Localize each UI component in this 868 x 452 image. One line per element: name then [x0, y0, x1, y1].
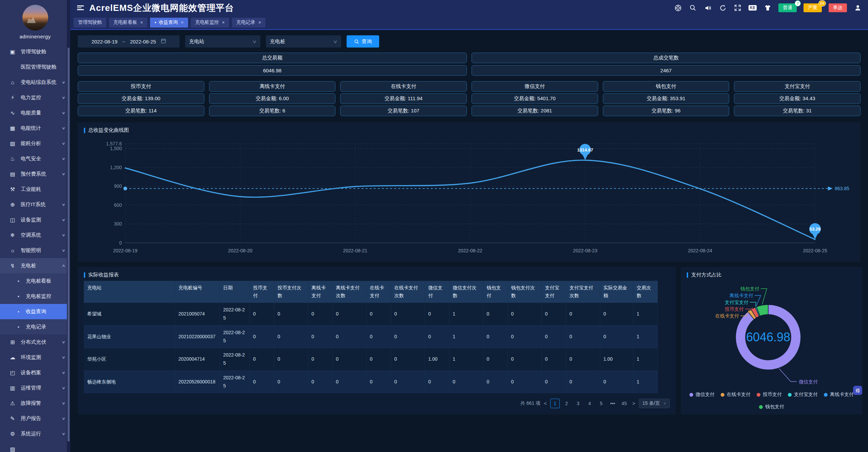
table-cell: 0 — [425, 370, 449, 393]
refresh-icon[interactable] — [719, 4, 727, 12]
app-root: adminenergy ▣管理驾驶舱医院管理驾驶舱⌂变电站综自系统∨⚡电力监控∨… — [0, 0, 868, 452]
settings-fab[interactable] — [853, 386, 862, 395]
page-button-45[interactable]: 45 — [620, 399, 629, 408]
station-select[interactable]: 充电站 ∨ — [185, 35, 260, 48]
table-cell: 1 — [449, 348, 483, 371]
chart-marker-pin: 1314.67 — [577, 144, 593, 160]
sidebar-item-industrial-energy[interactable]: ⚒工业能耗 — [0, 182, 70, 197]
sidebar-item-system-run[interactable]: ⚙系统运行∨ — [0, 426, 70, 441]
sidebar-item-electrical-safety[interactable]: ♨电气安全∨ — [0, 151, 70, 166]
revenue-chart-title: 总收益变化曲线图 — [84, 127, 854, 133]
sidebar-item-solar[interactable]: ⊞分布式光伏∨ — [0, 335, 70, 350]
prev-page-button[interactable]: < — [544, 400, 547, 406]
sidebar-item-device-monitor[interactable]: ◫设备监测∨ — [0, 212, 70, 228]
tab-2[interactable]: ●收益查询× — [150, 18, 188, 28]
legend-item-0[interactable]: 微信支付 — [689, 392, 715, 398]
table-cell: 0 — [507, 370, 541, 393]
theme-icon[interactable] — [763, 4, 772, 12]
legend-item-2[interactable]: 投币支付 — [757, 392, 782, 398]
calendar-icon[interactable] — [161, 38, 166, 44]
table-cell: 0 — [250, 303, 274, 326]
sidebar-item-label: 设备档案 — [21, 369, 41, 376]
prepaid-icon: ▤ — [9, 171, 16, 177]
tab-0[interactable]: 管理驾驶舱 — [74, 18, 106, 28]
page-button-5[interactable]: 5 — [596, 399, 606, 408]
sidebar-subitem-3[interactable]: •充电记录 — [0, 319, 70, 335]
legend-item-1[interactable]: 在线卡支付 — [721, 392, 751, 398]
svg-text:1,500: 1,500 — [110, 146, 122, 151]
pile-select[interactable]: 充电桩 ∨ — [266, 35, 341, 48]
search-icon[interactable] — [689, 4, 697, 12]
sidebar-scrollbar-thumb[interactable] — [68, 48, 70, 441]
legend-item-4[interactable]: 离线卡支付 — [824, 392, 854, 398]
table-cell: 0 — [507, 303, 541, 326]
sidebar-item-substation[interactable]: ⌂变电站综自系统∨ — [0, 75, 70, 90]
table-header-cell: 支付宝支付 — [541, 281, 566, 303]
close-icon[interactable]: × — [140, 20, 143, 25]
alarm-pill-0[interactable]: 普通7 — [778, 3, 797, 12]
legend-item-3[interactable]: 支付宝支付 — [788, 392, 818, 398]
sidebar-subitem-0[interactable]: •充电桩看板 — [0, 273, 70, 289]
date-range-picker[interactable]: 2022-08-19 ~ 2022-08-25 — [78, 35, 180, 48]
sidebar-item-hvac[interactable]: ❄空调系统∨ — [0, 228, 70, 243]
sidebar-item-power-monitor[interactable]: ⚡电力监控∨ — [0, 90, 70, 105]
sidebar-item-lighting[interactable]: ☼智能照明∨ — [0, 243, 70, 258]
sidebar-item-plain-1[interactable]: 医院管理驾驶舱 — [0, 59, 70, 75]
sidebar-item-energy-analysis[interactable]: ▧能耗分析∨ — [0, 136, 70, 151]
sidebar-item-medical-it[interactable]: ⊕医疗IT系统∨ — [0, 197, 70, 212]
user-report-icon: ✎ — [9, 415, 16, 422]
sidebar-subitem-2[interactable]: •收益查询 — [0, 304, 70, 319]
tab-3[interactable]: 充电桩监控× — [191, 18, 229, 28]
alarm-pill-1[interactable]: 严重84 — [804, 3, 822, 12]
medical-it-icon: ⊕ — [9, 201, 16, 208]
station-select-value: 充电站 — [189, 38, 204, 45]
sidebar-item-prepaid[interactable]: ▤预付费系统∨ — [0, 166, 70, 182]
speaker-icon[interactable] — [704, 4, 712, 12]
page-button-4[interactable]: 4 — [585, 399, 594, 408]
bullet-icon: • — [18, 294, 22, 299]
page-button-2[interactable]: 2 — [562, 399, 571, 408]
sidebar-item-label: 管理驾驶舱 — [21, 49, 46, 55]
sidebar-item-environment[interactable]: ☁环境监测∨ — [0, 350, 70, 365]
sidebar-item-power-quality[interactable]: ∿电能质量∨ — [0, 105, 70, 121]
sidebar-item-charging-pile[interactable]: ↯充电桩∧ — [0, 258, 70, 273]
table-header-cell: 离线卡支付 — [308, 281, 332, 303]
sidebar-item-device-archive[interactable]: ◰设备档案∨ — [0, 365, 70, 380]
sidebar-item-energy-stats[interactable]: ▦电能统计∨ — [0, 121, 70, 136]
avatar[interactable] — [22, 5, 48, 31]
sidebar-item-ops-management[interactable]: ▥运维管理∨ — [0, 380, 70, 396]
legend-item-5[interactable]: 钱包支付 — [759, 404, 784, 410]
sidebar-item-user-report[interactable]: ✎用户报告∨ — [0, 411, 70, 426]
table-cell: 2022-08-25 — [220, 370, 250, 393]
date-end-input[interactable]: 2022-08-25 — [130, 39, 156, 44]
close-icon[interactable]: × — [258, 20, 261, 25]
menu-toggle-icon[interactable] — [77, 5, 84, 10]
pile-select-value: 充电桩 — [270, 38, 285, 45]
page-button-3[interactable]: 3 — [573, 399, 583, 408]
table-cell: 2022-08-25 — [220, 303, 250, 326]
date-start-input[interactable]: 2022-08-19 — [91, 39, 117, 44]
page-button-1[interactable]: 1 — [550, 399, 560, 408]
table-cell: 0 — [250, 325, 274, 348]
sidebar-submenu: •充电桩看板•充电桩监控•收益查询•充电记录 — [0, 273, 70, 335]
tab-1[interactable]: 充电桩看板× — [109, 18, 147, 28]
sidebar-item-label: 用户报告 — [21, 415, 41, 422]
user-icon[interactable] — [854, 4, 862, 12]
search-button[interactable]: 查询 — [347, 35, 379, 48]
lifebuoy-icon[interactable] — [674, 4, 682, 12]
sidebar-item-fault-alarm[interactable]: ⚠故障报警∨ — [0, 396, 70, 411]
alarm-pill-2[interactable]: 事故 — [829, 3, 847, 12]
fullscreen-icon[interactable] — [734, 4, 742, 12]
close-icon[interactable]: × — [181, 20, 184, 25]
page-size-select[interactable]: 15 条/页 ∨ — [639, 399, 670, 408]
sidebar-item-monitor[interactable]: ▣管理驾驶舱 — [0, 44, 70, 59]
sidebar-subitem-1[interactable]: •充电桩监控 — [0, 289, 70, 304]
payment-count: 交易笔数: 114 — [78, 106, 204, 116]
sidebar-item-partial[interactable]: ▨ — [0, 441, 70, 452]
next-page-button[interactable]: > — [632, 400, 635, 406]
translate-icon[interactable]: A文 — [749, 4, 757, 12]
chevron-down-icon: ∨ — [61, 126, 65, 130]
close-icon[interactable]: × — [222, 20, 225, 25]
tab-4[interactable]: 充电记录× — [232, 18, 265, 28]
chevron-down-icon: ∨ — [61, 172, 65, 176]
